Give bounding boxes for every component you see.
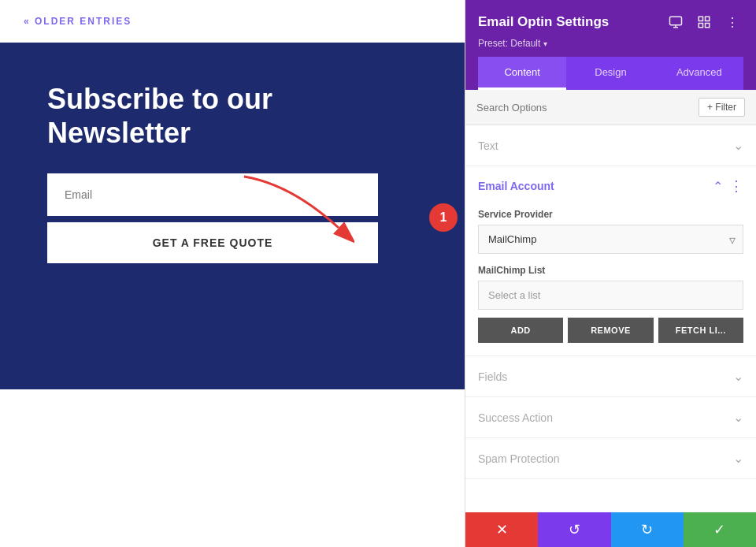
older-entries-text[interactable]: « Older Entries xyxy=(24,16,132,27)
search-input[interactable] xyxy=(476,102,699,113)
section-success-label: Success Action xyxy=(478,411,553,424)
svg-rect-2 xyxy=(699,17,702,20)
preset-text: Preset: Default xyxy=(478,38,540,49)
svg-rect-4 xyxy=(699,24,702,28)
section-spam-chevron: ⌄ xyxy=(733,451,743,466)
more-icon[interactable]: ⋮ xyxy=(721,11,743,33)
list-select-display[interactable]: Select a list xyxy=(478,281,743,310)
email-account-body: Service Provider MailChimp ▿ MailChimp L… xyxy=(465,206,756,355)
newsletter-title: Subscribe to our Newsletter xyxy=(47,82,378,150)
newsletter-title-line1: Subscribe to our xyxy=(47,83,272,115)
section-text-label: Text xyxy=(478,140,498,152)
svg-rect-3 xyxy=(706,17,710,20)
email-form: Get a free quote xyxy=(47,173,378,263)
email-account-title: Email Account xyxy=(478,180,554,192)
email-account-more[interactable]: ⋮ xyxy=(729,177,743,195)
tab-design-label: Design xyxy=(595,66,626,78)
section-fields-chevron: ⌄ xyxy=(733,369,743,384)
email-account-section: Email Account ⌃ ⋮ Service Provider MailC… xyxy=(465,166,756,356)
section-spam-label: Spam Protection xyxy=(478,452,560,465)
service-provider-select[interactable]: MailChimp xyxy=(478,225,743,254)
cancel-icon: ✕ xyxy=(496,521,508,538)
add-button[interactable]: ADD xyxy=(478,318,563,343)
tab-design[interactable]: Design xyxy=(566,57,654,90)
section-success-chevron: ⌄ xyxy=(733,410,743,425)
preset-label[interactable]: Preset: Default ▾ xyxy=(478,38,743,49)
main-content: « Older Entries Subscribe to our Newslet… xyxy=(0,0,465,547)
submit-button[interactable]: Get a free quote xyxy=(47,222,378,263)
email-account-icons: ⌃ ⋮ xyxy=(713,177,743,195)
panel-search: + Filter xyxy=(465,90,756,125)
email-account-header[interactable]: Email Account ⌃ ⋮ xyxy=(465,166,756,206)
tab-advanced[interactable]: Advanced xyxy=(655,57,743,90)
list-select-placeholder: Select a list xyxy=(488,289,540,301)
list-select-wrapper: Select a list xyxy=(478,281,743,310)
panel-header: Email Optin Settings ⋮ Preset: xyxy=(465,0,756,90)
panel-title: Email Optin Settings xyxy=(478,14,609,30)
section-fields-label: Fields xyxy=(478,370,507,383)
mailchimp-list-label: MailChimp List xyxy=(478,265,743,276)
badge-number: 1 xyxy=(440,210,447,225)
email-account-chevron: ⌃ xyxy=(713,179,723,194)
service-provider-select-wrapper: MailChimp ▿ xyxy=(478,225,743,254)
panel-footer: ✕ ↺ ↻ ✓ xyxy=(465,512,756,547)
older-entries-link[interactable]: « Older Entries xyxy=(0,0,465,43)
section-text-chevron: ⌄ xyxy=(733,138,743,153)
newsletter-title-line2: Newsletter xyxy=(47,117,191,149)
tab-content[interactable]: Content xyxy=(478,57,566,90)
tab-advanced-label: Advanced xyxy=(676,66,722,78)
panel-header-top: Email Optin Settings ⋮ xyxy=(478,11,743,33)
fetch-button[interactable]: FETCH LI... xyxy=(658,318,743,343)
undo-icon: ↺ xyxy=(569,521,580,538)
save-button[interactable]: ✓ xyxy=(684,512,756,547)
svg-rect-5 xyxy=(706,24,710,28)
svg-rect-1 xyxy=(670,17,682,25)
action-buttons: ADD REMOVE FETCH LI... xyxy=(478,318,743,343)
newsletter-section: Subscribe to our Newsletter Get a free q… xyxy=(0,43,465,389)
redo-icon: ↻ xyxy=(641,521,653,538)
cancel-button[interactable]: ✕ xyxy=(465,512,538,547)
step-badge: 1 xyxy=(429,203,458,232)
tab-content-label: Content xyxy=(504,66,540,78)
section-text[interactable]: Text ⌄ xyxy=(465,125,756,166)
section-success-action[interactable]: Success Action ⌄ xyxy=(465,397,756,438)
responsive-icon[interactable] xyxy=(665,11,687,33)
filter-button[interactable]: + Filter xyxy=(699,98,745,117)
remove-button[interactable]: REMOVE xyxy=(568,318,653,343)
email-input-wrapper xyxy=(47,173,378,216)
section-spam-protection[interactable]: Spam Protection ⌄ xyxy=(465,438,756,479)
email-input[interactable] xyxy=(65,188,361,201)
settings-panel: Email Optin Settings ⋮ Preset: xyxy=(465,0,756,547)
panel-header-icons: ⋮ xyxy=(665,11,743,33)
section-fields[interactable]: Fields ⌄ xyxy=(465,356,756,397)
redo-button[interactable]: ↻ xyxy=(611,512,684,547)
preset-dropdown-arrow: ▾ xyxy=(543,39,547,48)
panel-tabs: Content Design Advanced xyxy=(478,57,743,90)
panel-body: Text ⌄ Email Account ⌃ ⋮ Service Provide… xyxy=(465,125,756,512)
undo-button[interactable]: ↺ xyxy=(538,512,610,547)
save-icon: ✓ xyxy=(713,521,725,538)
service-provider-label: Service Provider xyxy=(478,209,743,220)
grid-icon[interactable] xyxy=(693,11,715,33)
